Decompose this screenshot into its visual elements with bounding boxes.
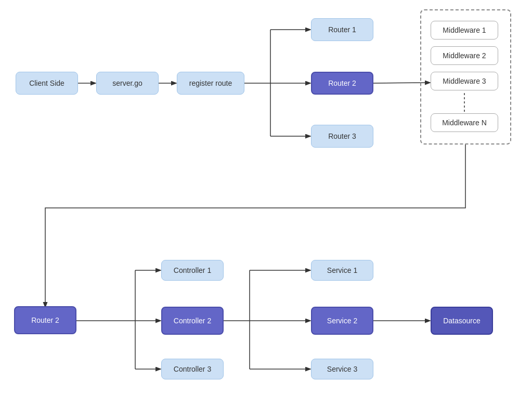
service2-node: Service 2 bbox=[311, 307, 373, 335]
controller2-node: Controller 2 bbox=[161, 307, 224, 335]
middleware3-node: Middleware 3 bbox=[431, 72, 498, 90]
controller3-node: Controller 3 bbox=[161, 359, 224, 379]
router3-node: Router 3 bbox=[311, 125, 373, 148]
router2-top-node: Router 2 bbox=[311, 72, 373, 95]
router2-bottom-node: Router 2 bbox=[14, 306, 76, 334]
server-go-node: server.go bbox=[96, 72, 159, 95]
middleware1-node: Middleware 1 bbox=[431, 21, 498, 40]
middleware2-node: Middleware 2 bbox=[431, 46, 498, 65]
client-side-node: Client Side bbox=[16, 72, 78, 95]
diagram: Client Side server.go register route Rou… bbox=[0, 0, 532, 407]
datasource-node: Datasource bbox=[431, 307, 493, 335]
middlewareN-node: Middleware N bbox=[431, 113, 498, 132]
register-route-node: register route bbox=[177, 72, 244, 95]
router1-node: Router 1 bbox=[311, 18, 373, 41]
service3-node: Service 3 bbox=[311, 359, 373, 379]
service1-node: Service 1 bbox=[311, 260, 373, 281]
controller1-node: Controller 1 bbox=[161, 260, 224, 281]
